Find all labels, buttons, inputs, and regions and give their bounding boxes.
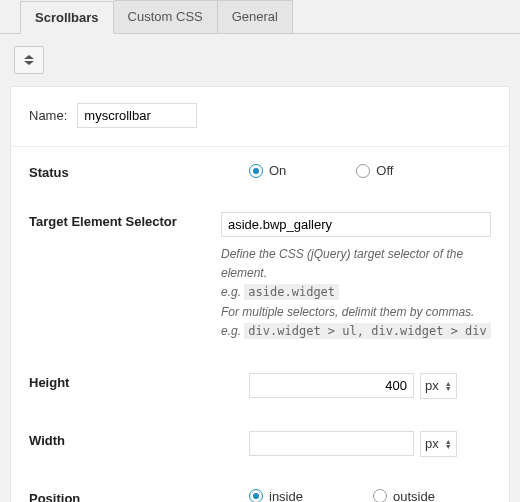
height-unit-select[interactable]: px ▲▼ (420, 373, 457, 399)
status-off-radio[interactable]: Off (356, 163, 393, 178)
height-input[interactable] (249, 373, 414, 398)
tab-general[interactable]: General (218, 0, 293, 33)
position-row: Position inside outside (29, 473, 491, 502)
target-help-text: Define the CSS (jQuery) target selector … (221, 245, 491, 341)
status-radio-group: On Off (249, 163, 491, 178)
height-label: Height (29, 373, 249, 390)
name-row: Name: (29, 103, 491, 146)
position-label: Position (29, 489, 249, 502)
radio-icon (249, 164, 263, 178)
position-outside-radio[interactable]: outside (373, 489, 435, 502)
tab-scrollbars[interactable]: Scrollbars (20, 1, 114, 34)
help-line: Define the CSS (jQuery) target selector … (221, 245, 491, 283)
status-off-label: Off (376, 163, 393, 178)
help-line: For multiple selectors, delimit them by … (221, 303, 491, 322)
position-inside-radio[interactable]: inside (249, 489, 303, 502)
width-label: Width (29, 431, 249, 448)
stepper-icon: ▲▼ (445, 439, 452, 449)
unit-label: px (425, 378, 439, 393)
panel-outer: Name: Status On Off Target (0, 33, 520, 502)
width-unit-select[interactable]: px ▲▼ (420, 431, 457, 457)
name-input[interactable] (77, 103, 197, 128)
help-line: e.g. div.widget > ul, div.widget > div (221, 322, 491, 341)
target-selector-input[interactable] (221, 212, 491, 237)
unit-label: px (425, 436, 439, 451)
target-row: Target Element Selector Define the CSS (… (29, 196, 491, 357)
status-on-label: On (269, 163, 286, 178)
radio-icon (249, 489, 263, 502)
width-row: Width px ▲▼ (29, 415, 491, 473)
radio-icon (373, 489, 387, 502)
position-radio-group: inside outside (249, 489, 491, 502)
radio-icon (356, 164, 370, 178)
status-row: Status On Off (29, 147, 491, 196)
position-outside-label: outside (393, 489, 435, 502)
height-row: Height px ▲▼ (29, 357, 491, 415)
position-inside-label: inside (269, 489, 303, 502)
width-input[interactable] (249, 431, 414, 456)
status-label: Status (29, 163, 249, 180)
target-label: Target Element Selector (29, 212, 221, 229)
collapse-icon (23, 53, 35, 68)
name-label: Name: (29, 108, 67, 123)
status-on-radio[interactable]: On (249, 163, 286, 178)
settings-panel: Name: Status On Off Target (10, 86, 510, 502)
collapse-toggle-button[interactable] (14, 46, 44, 74)
tab-custom-css[interactable]: Custom CSS (114, 0, 218, 33)
help-line: e.g. aside.widget (221, 283, 491, 302)
stepper-icon: ▲▼ (445, 381, 452, 391)
tabs-nav: Scrollbars Custom CSS General (0, 0, 520, 33)
